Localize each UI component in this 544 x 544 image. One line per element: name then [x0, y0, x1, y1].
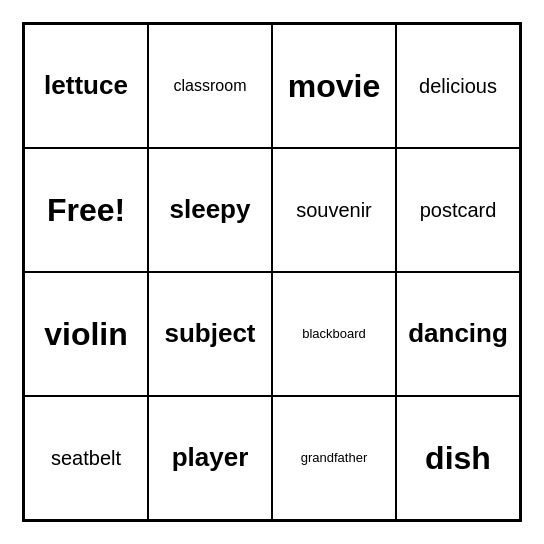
cell-text: postcard: [420, 198, 497, 222]
cell-text: blackboard: [302, 326, 366, 342]
bingo-cell: sleepy: [148, 148, 272, 272]
bingo-cell: player: [148, 396, 272, 520]
cell-text: violin: [44, 315, 128, 353]
bingo-cell: souvenir: [272, 148, 396, 272]
bingo-cell: classroom: [148, 24, 272, 148]
bingo-cell: Free!: [24, 148, 148, 272]
bingo-cell: grandfather: [272, 396, 396, 520]
bingo-cell: seatbelt: [24, 396, 148, 520]
cell-text: dish: [425, 439, 491, 477]
cell-text: grandfather: [301, 450, 368, 466]
bingo-cell: postcard: [396, 148, 520, 272]
bingo-cell: subject: [148, 272, 272, 396]
cell-text: movie: [288, 67, 380, 105]
cell-text: dancing: [408, 318, 508, 349]
bingo-cell: blackboard: [272, 272, 396, 396]
cell-text: Free!: [47, 191, 125, 229]
cell-text: lettuce: [44, 70, 128, 101]
bingo-board: lettuceclassroommoviedeliciousFree!sleep…: [22, 22, 522, 522]
cell-text: subject: [164, 318, 255, 349]
bingo-cell: dish: [396, 396, 520, 520]
bingo-cell: lettuce: [24, 24, 148, 148]
cell-text: classroom: [174, 76, 247, 95]
cell-text: sleepy: [170, 194, 251, 225]
cell-text: seatbelt: [51, 446, 121, 470]
cell-text: souvenir: [296, 198, 372, 222]
bingo-cell: delicious: [396, 24, 520, 148]
bingo-cell: movie: [272, 24, 396, 148]
bingo-cell: dancing: [396, 272, 520, 396]
bingo-cell: violin: [24, 272, 148, 396]
cell-text: delicious: [419, 74, 497, 98]
cell-text: player: [172, 442, 249, 473]
